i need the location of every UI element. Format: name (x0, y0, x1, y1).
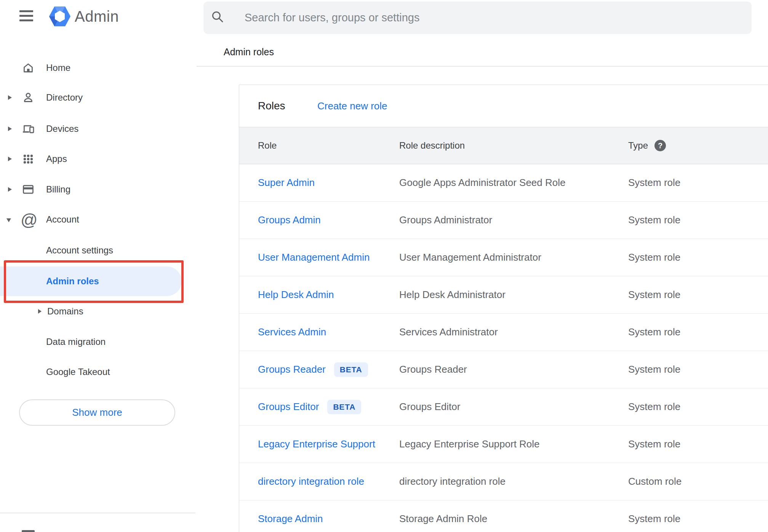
sidebar-item-label: Account settings (46, 245, 113, 256)
apps-grid-icon (22, 152, 35, 165)
column-header-description: Role description (399, 140, 465, 151)
sidebar-item-data-migration[interactable]: Data migration (0, 327, 197, 357)
expand-chevron-icon[interactable] (8, 95, 12, 100)
sidebar-item-label: Admin roles (46, 276, 99, 287)
sidebar-item-label: Google Takeout (46, 367, 110, 377)
role-link[interactable]: Super Admin (258, 177, 315, 188)
at-sign-icon: @ (21, 210, 36, 229)
column-header-role: Role (258, 140, 277, 151)
column-header-type: Type (628, 140, 648, 151)
role-description: Legacy Enterprise Support Role (399, 438, 540, 450)
table-row: Groups Editor BETA Groups Editor System … (239, 388, 768, 426)
admin-console-page: { "brand": { "app_name": "Admin" }, "sea… (0, 0, 768, 532)
role-link[interactable]: Groups Admin (258, 214, 321, 226)
role-description: Google Apps Administrator Seed Role (399, 177, 565, 188)
breadcrumb: Admin roles (224, 46, 274, 58)
search-input[interactable] (245, 4, 740, 31)
credit-card-icon (22, 183, 35, 196)
content-top-divider (197, 66, 768, 67)
sidebar-item-apps[interactable]: Apps (0, 144, 197, 174)
sidebar-item-account-settings[interactable]: Account settings (0, 235, 197, 266)
table-row: User Management Admin User Management Ad… (239, 239, 768, 276)
role-link[interactable]: Storage Admin (258, 513, 323, 524)
sidebar-item-label: Billing (46, 184, 70, 195)
role-description: Groups Reader (399, 364, 467, 375)
sidebar-item-domains[interactable]: Domains (0, 296, 197, 327)
clipped-bottom-icon (22, 530, 35, 532)
role-link[interactable]: Groups Reader (258, 364, 326, 375)
collapse-chevron-icon[interactable] (6, 218, 11, 222)
sidebar-item-label: Account (46, 214, 79, 225)
roles-card: Roles Create new role Role Role descript… (239, 85, 768, 532)
role-description: Services Administrator (399, 326, 498, 338)
table-row: Services Admin Services Administrator Sy… (239, 314, 768, 351)
admin-logo-icon (49, 5, 71, 27)
table-row: Groups Admin Groups Administrator System… (239, 202, 768, 239)
sidebar-item-label: Data migration (46, 337, 106, 347)
sidebar-item-directory[interactable]: Directory (0, 82, 197, 113)
person-icon (22, 91, 35, 104)
sidebar-item-google-takeout[interactable]: Google Takeout (0, 357, 197, 387)
role-description: User Management Administrator (399, 252, 541, 263)
hamburger-menu-icon[interactable] (19, 10, 33, 22)
sidebar: Admin Home Directory Devices (0, 0, 197, 532)
role-type: System role (628, 401, 680, 413)
expand-chevron-icon[interactable] (8, 157, 12, 161)
brand-name: Admin (75, 8, 119, 25)
expand-chevron-icon[interactable] (38, 309, 42, 314)
home-icon (22, 61, 35, 74)
roles-table-header: Role Role description Type ? (239, 127, 768, 164)
role-description: Groups Editor (399, 401, 460, 412)
role-type: System role (628, 438, 680, 450)
sidebar-item-label: Domains (47, 306, 83, 317)
sidebar-item-label: Home (46, 62, 70, 73)
expand-chevron-icon[interactable] (8, 127, 12, 131)
sidebar-item-devices[interactable]: Devices (0, 114, 197, 144)
beta-badge: BETA (334, 362, 368, 377)
table-row: Groups Reader BETA Groups Reader System … (239, 351, 768, 388)
sidebar-item-label: Devices (46, 123, 78, 134)
table-row: directory integration role directory int… (239, 463, 768, 500)
role-type: System role (628, 214, 680, 226)
roles-title: Roles (258, 100, 285, 112)
sidebar-item-billing[interactable]: Billing (0, 174, 197, 205)
role-type: System role (628, 326, 680, 338)
table-row: Help Desk Admin Help Desk Administrator … (239, 276, 768, 314)
role-type: System role (628, 177, 680, 189)
role-description: directory integration role (399, 476, 506, 487)
sidebar-item-label: Apps (46, 154, 67, 164)
role-type: System role (628, 513, 680, 525)
table-row: Legacy Enterprise Support Legacy Enterpr… (239, 426, 768, 463)
devices-icon (22, 122, 35, 135)
table-row: Super Admin Google Apps Administrator Se… (239, 164, 768, 202)
help-icon[interactable]: ? (654, 140, 666, 151)
show-more-button[interactable]: Show more (19, 399, 175, 426)
role-description: Storage Admin Role (399, 513, 487, 524)
roles-card-header: Roles Create new role (239, 85, 768, 127)
role-link[interactable]: Groups Editor (258, 401, 319, 413)
role-type: System role (628, 289, 680, 301)
role-type: System role (628, 364, 680, 375)
sidebar-item-account[interactable]: @ Account (0, 204, 197, 235)
role-link[interactable]: Services Admin (258, 326, 326, 338)
create-new-role-link[interactable]: Create new role (317, 100, 387, 112)
beta-badge: BETA (327, 400, 361, 414)
role-type: Custom role (628, 476, 682, 487)
search-icon (211, 10, 224, 24)
role-description: Help Desk Administrator (399, 289, 506, 300)
role-link[interactable]: User Management Admin (258, 252, 370, 263)
role-link[interactable]: Help Desk Admin (258, 289, 334, 300)
expand-chevron-icon[interactable] (8, 187, 12, 192)
sidebar-bottom-divider (0, 513, 195, 513)
role-link[interactable]: directory integration role (258, 476, 364, 487)
sidebar-item-home[interactable]: Home (0, 53, 197, 83)
table-row: Storage Admin Storage Admin Role System … (239, 500, 768, 532)
sidebar-item-label: Directory (46, 92, 83, 103)
role-description: Groups Administrator (399, 214, 492, 226)
role-type: System role (628, 252, 680, 263)
role-link[interactable]: Legacy Enterprise Support (258, 438, 375, 450)
sidebar-item-admin-roles-selected[interactable]: Admin roles (0, 266, 182, 296)
